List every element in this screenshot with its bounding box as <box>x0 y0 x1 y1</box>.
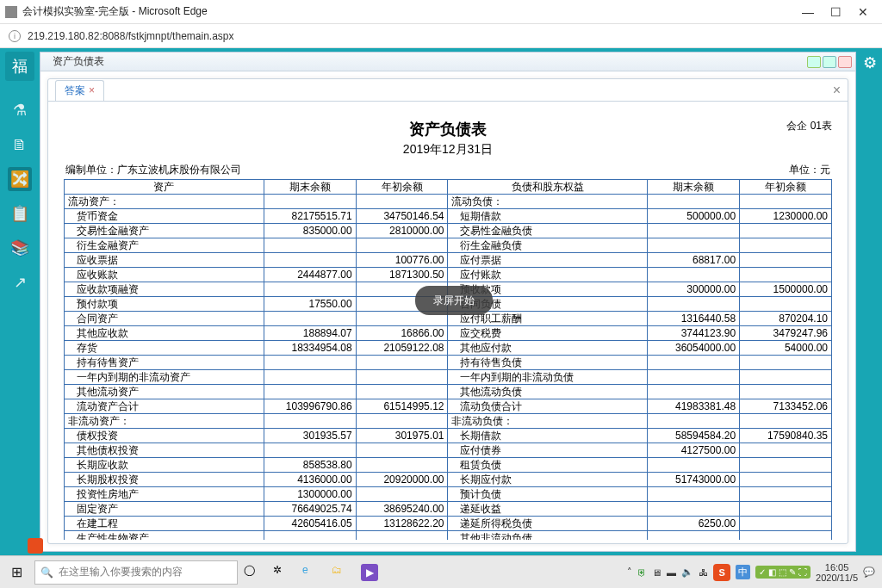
liab-end: 3744123.90 <box>648 326 740 341</box>
liab-end: 36054000.00 <box>648 341 740 356</box>
panel-min-button[interactable] <box>807 56 821 68</box>
asset-begin: 13128622.20 <box>356 517 448 531</box>
window-max-button[interactable]: ☐ <box>822 3 849 21</box>
liab-label: 交易性金融负债 <box>448 224 648 238</box>
window-min-button[interactable]: — <box>794 3 822 21</box>
tray-network-icon[interactable]: 🖧 <box>699 567 708 578</box>
address-bar-row: i 219.219.180.82:8088/fstkjmnpt/themain.… <box>0 24 882 48</box>
asset-begin <box>356 195 448 209</box>
browser-app-icon <box>5 6 17 18</box>
taskbar-app-purple[interactable]: ▶ <box>355 556 384 589</box>
address-bar[interactable]: 219.219.180.82:8088/fstkjmnpt/themain.as… <box>28 30 873 42</box>
asset-label: 其他流动资产 <box>65 385 264 399</box>
app-logo[interactable]: 福 <box>5 52 34 81</box>
tray-chevron-up-icon[interactable]: ˄ <box>627 566 632 578</box>
table-row: 流动资产：流动负债： <box>65 195 832 209</box>
asset-begin <box>356 385 448 399</box>
panel-window-controls <box>807 56 855 68</box>
liab-end <box>648 385 740 399</box>
tray-battery-icon[interactable]: ▬ <box>667 567 676 578</box>
table-header-row: 资产 期末余额 年初余额 负债和股东权益 期末余额 年初余额 <box>65 180 832 195</box>
panel-tab-balance-sheet[interactable]: 资产负债表 <box>46 53 111 71</box>
asset-label: 交易性金融资产 <box>65 224 264 238</box>
asset-label: 持有待售资产 <box>65 356 264 370</box>
tray-green-strip[interactable]: ✓◧⬚✎⛶ <box>755 566 811 579</box>
table-row: 其他应收款188894.0716866.00应交税费3744123.903479… <box>65 326 832 341</box>
dialog-tab-answer[interactable]: 答案× <box>55 80 104 101</box>
sidebar-flask-icon[interactable]: ⚗ <box>8 98 32 122</box>
panel-close-button[interactable] <box>838 56 852 68</box>
taskbar-search-box[interactable]: 🔍 在这里输入你要搜索的内容 <box>34 560 238 585</box>
th-liab-begin: 年初余额 <box>740 180 832 195</box>
asset-begin: 38695240.00 <box>356 502 448 517</box>
tray-shield-icon[interactable]: ⛨ <box>637 567 647 578</box>
liab-label: 流动负债合计 <box>448 399 648 414</box>
asset-label: 流动资产： <box>65 195 264 209</box>
asset-label: 流动资产合计 <box>65 399 264 414</box>
window-close-button[interactable]: ✕ <box>849 3 877 21</box>
asset-label: 应收款项融资 <box>65 282 264 297</box>
th-liab-end: 期末余额 <box>648 180 740 195</box>
liab-end <box>648 487 740 502</box>
taskbar-clock[interactable]: 16:05 2020/11/5 <box>816 562 858 583</box>
panel-max-button[interactable] <box>823 56 836 68</box>
search-placeholder: 在这里输入你要搜索的内容 <box>59 565 183 579</box>
liab-label: 一年内到期的非流动负债 <box>448 370 648 385</box>
asset-label: 预付款项 <box>65 297 264 312</box>
liab-begin <box>740 268 832 282</box>
asset-label: 衍生金融资产 <box>65 238 264 253</box>
sidebar-doc-icon[interactable]: 🗎 <box>8 133 32 157</box>
table-row: 长期应收款858538.80租赁负债 <box>65 458 832 473</box>
site-info-icon[interactable]: i <box>9 30 21 42</box>
liab-label: 流动负债： <box>448 195 648 209</box>
table-row: 其他流动资产其他流动负债 <box>65 385 832 399</box>
notification-center-icon[interactable]: 💬 <box>863 566 875 578</box>
sidebar-clipboard-icon[interactable]: 📋 <box>8 201 32 226</box>
ime-indicator[interactable]: S <box>713 564 730 581</box>
table-row: 持有待售资产持有待售负债 <box>65 356 832 370</box>
task-view-button[interactable]: ◯ <box>238 556 267 589</box>
liab-begin <box>740 356 832 370</box>
liab-begin <box>740 238 832 253</box>
taskbar-explorer-icon[interactable]: 🗂 <box>326 556 355 589</box>
table-row: 一年内到期的非流动资产一年内到期的非流动负债 <box>65 370 832 385</box>
report-org: 编制单位：广东立波机床股份有限公司 <box>65 163 241 177</box>
dialog-tab-close-icon[interactable]: × <box>89 84 95 96</box>
liab-label: 其他流动负债 <box>448 385 648 399</box>
liab-begin <box>740 487 832 502</box>
start-button[interactable]: ⊞ <box>0 556 33 589</box>
sidebar-flow-icon[interactable]: 🔀 <box>8 167 32 191</box>
asset-end <box>264 385 356 399</box>
screen-record-badge[interactable]: 录屏开始 <box>415 286 493 315</box>
th-asset: 资产 <box>65 180 264 195</box>
liab-label: 预计负债 <box>448 487 648 502</box>
asset-begin: 2810000.00 <box>356 224 448 238</box>
table-row: 债权投资301935.57301975.01长期借款58594584.20175… <box>65 429 832 443</box>
taskbar-edge-icon[interactable]: e <box>296 556 326 589</box>
settings-gear-icon[interactable]: ⚙ <box>863 53 877 72</box>
ime-lang[interactable]: 中 <box>736 565 750 579</box>
liab-begin <box>740 502 832 517</box>
asset-begin <box>356 356 448 370</box>
sidebar-share-icon[interactable]: ↗ <box>8 270 32 294</box>
asset-end <box>264 531 356 541</box>
browser-titlebar: 会计模拟实验室-完全版 - Microsoft Edge — ☐ ✕ <box>0 0 882 24</box>
table-row: 存货18334954.0821059122.08其他应付款36054000.00… <box>65 341 832 356</box>
sidebar-book-icon[interactable]: 📚 <box>8 236 32 260</box>
asset-label: 非流动资产： <box>65 414 264 429</box>
tray-volume-icon[interactable]: 🔈 <box>681 566 693 578</box>
taskbar-app-1[interactable]: ✲ <box>267 556 296 589</box>
report-scroll[interactable]: 资产负债表 会企 01表 2019年12月31日 编制单位：广东立波机床股份有限… <box>52 105 844 540</box>
dialog-tab-label: 答案 <box>65 84 85 96</box>
report-unit: 单位：元 <box>789 163 830 177</box>
asset-label: 其他应收款 <box>65 326 264 341</box>
dialog-close-button[interactable]: × <box>833 83 841 98</box>
liab-begin: 7133452.06 <box>740 399 832 414</box>
liab-label: 应付债券 <box>448 443 648 458</box>
asset-begin <box>356 487 448 502</box>
liab-end: 300000.00 <box>648 282 740 297</box>
liab-begin: 17590840.35 <box>740 429 832 443</box>
tray-monitor-icon[interactable]: 🖥 <box>652 567 662 578</box>
liab-end <box>648 224 740 238</box>
asset-begin <box>356 238 448 253</box>
